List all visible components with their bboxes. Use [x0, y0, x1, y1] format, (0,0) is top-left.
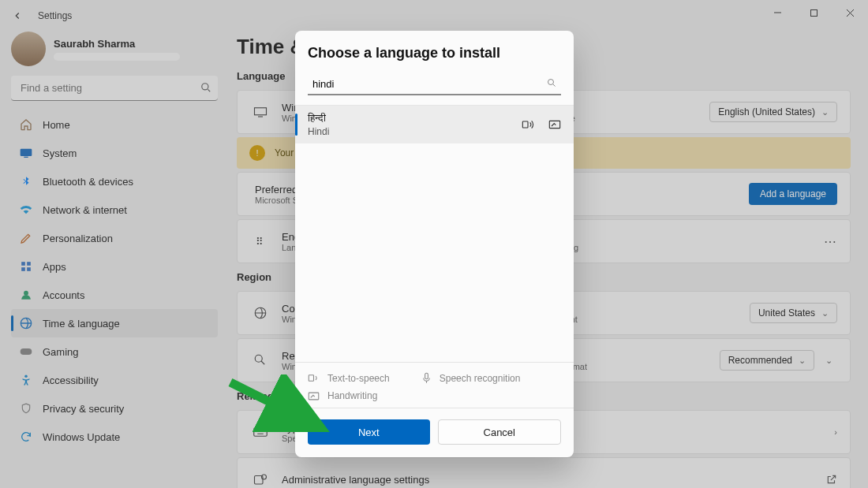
dialog-title: Choose a language to install	[308, 45, 561, 61]
language-result-hindi[interactable]: हिन्दी Hindi	[295, 106, 574, 143]
text-to-speech-icon	[308, 373, 320, 383]
svg-point-19	[548, 80, 554, 85]
feature-label: Speech recognition	[440, 373, 521, 384]
svg-rect-20	[522, 121, 528, 128]
handwriting-icon	[308, 391, 320, 401]
svg-rect-22	[309, 375, 313, 382]
text-to-speech-icon	[522, 119, 534, 130]
speech-recognition-icon	[421, 372, 432, 384]
feature-label: Handwriting	[327, 390, 377, 401]
language-english-name: Hindi	[308, 126, 329, 137]
cancel-button[interactable]: Cancel	[438, 419, 562, 445]
svg-rect-23	[425, 373, 428, 379]
next-button[interactable]: Next	[308, 419, 430, 445]
feature-label: Text-to-speech	[327, 373, 390, 384]
handwriting-icon	[548, 119, 561, 130]
language-install-dialog: Choose a language to install हिन्दी Hind…	[295, 31, 574, 457]
search-icon	[547, 78, 556, 88]
feature-legend: Text-to-speech Speech recognition Handwr…	[295, 362, 574, 408]
language-search-input[interactable]	[308, 74, 561, 95]
language-native-name: हिन्दी	[308, 112, 329, 125]
